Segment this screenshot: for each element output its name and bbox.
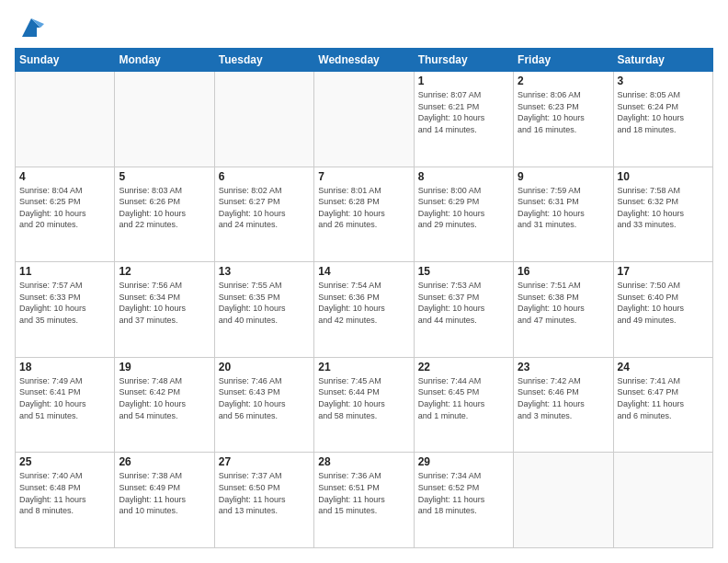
day-info: Sunrise: 7:37 AMSunset: 6:50 PMDaylight:…: [219, 470, 310, 516]
day-number: 5: [119, 170, 210, 183]
calendar-week-4: 18Sunrise: 7:49 AMSunset: 6:41 PMDayligh…: [16, 357, 713, 453]
day-number: 14: [318, 265, 409, 278]
day-info: Sunrise: 8:01 AMSunset: 6:28 PMDaylight:…: [318, 185, 409, 231]
calendar-cell: [514, 453, 613, 548]
calendar-cell: 17Sunrise: 7:50 AMSunset: 6:40 PMDayligh…: [613, 262, 712, 358]
day-info: Sunrise: 8:06 AMSunset: 6:23 PMDaylight:…: [518, 89, 609, 135]
calendar-cell: 24Sunrise: 7:41 AMSunset: 6:47 PMDayligh…: [613, 357, 712, 453]
day-info: Sunrise: 7:55 AMSunset: 6:35 PMDaylight:…: [219, 280, 310, 326]
day-info: Sunrise: 7:44 AMSunset: 6:45 PMDaylight:…: [418, 375, 509, 421]
day-info: Sunrise: 7:53 AMSunset: 6:37 PMDaylight:…: [418, 280, 509, 326]
page: SundayMondayTuesdayWednesdayThursdayFrid…: [0, 0, 728, 563]
day-number: 10: [618, 170, 709, 183]
day-info: Sunrise: 7:42 AMSunset: 6:46 PMDaylight:…: [518, 375, 609, 421]
weekday-header-row: SundayMondayTuesdayWednesdayThursdayFrid…: [16, 49, 713, 72]
day-number: 7: [318, 170, 409, 183]
day-number: 11: [19, 265, 110, 278]
calendar-cell: 21Sunrise: 7:45 AMSunset: 6:44 PMDayligh…: [314, 357, 414, 453]
day-number: 24: [618, 361, 709, 373]
calendar-cell: [314, 72, 414, 167]
weekday-header-thursday: Thursday: [414, 49, 513, 72]
day-info: Sunrise: 7:59 AMSunset: 6:31 PMDaylight:…: [518, 185, 609, 231]
calendar-cell: 16Sunrise: 7:51 AMSunset: 6:38 PMDayligh…: [514, 262, 613, 358]
calendar-cell: 12Sunrise: 7:56 AMSunset: 6:34 PMDayligh…: [115, 262, 214, 358]
calendar-cell: 10Sunrise: 7:58 AMSunset: 6:32 PMDayligh…: [613, 167, 712, 262]
day-number: 21: [318, 361, 409, 373]
day-info: Sunrise: 7:36 AMSunset: 6:51 PMDaylight:…: [318, 470, 409, 516]
weekday-header-sunday: Sunday: [16, 49, 115, 72]
day-info: Sunrise: 7:41 AMSunset: 6:47 PMDaylight:…: [618, 375, 709, 421]
calendar-cell: 3Sunrise: 8:05 AMSunset: 6:24 PMDaylight…: [613, 72, 712, 167]
weekday-header-tuesday: Tuesday: [214, 49, 313, 72]
weekday-header-saturday: Saturday: [613, 49, 712, 72]
day-number: 9: [518, 170, 609, 183]
calendar-week-1: 1Sunrise: 8:07 AMSunset: 6:21 PMDaylight…: [16, 72, 713, 167]
calendar-cell: 1Sunrise: 8:07 AMSunset: 6:21 PMDaylight…: [414, 72, 513, 167]
day-info: Sunrise: 7:48 AMSunset: 6:42 PMDaylight:…: [119, 375, 210, 421]
day-info: Sunrise: 8:03 AMSunset: 6:26 PMDaylight:…: [119, 185, 210, 231]
calendar-cell: 28Sunrise: 7:36 AMSunset: 6:51 PMDayligh…: [314, 453, 414, 548]
logo: [15, 15, 44, 40]
day-info: Sunrise: 7:51 AMSunset: 6:38 PMDaylight:…: [518, 280, 609, 326]
calendar-week-3: 11Sunrise: 7:57 AMSunset: 6:33 PMDayligh…: [16, 262, 713, 358]
day-number: 16: [518, 265, 609, 278]
day-info: Sunrise: 8:04 AMSunset: 6:25 PMDaylight:…: [19, 185, 110, 231]
calendar-cell: 22Sunrise: 7:44 AMSunset: 6:45 PMDayligh…: [414, 357, 513, 453]
calendar-cell: 27Sunrise: 7:37 AMSunset: 6:50 PMDayligh…: [214, 453, 313, 548]
day-number: 25: [19, 455, 110, 468]
calendar-table: SundayMondayTuesdayWednesdayThursdayFrid…: [15, 48, 713, 548]
day-info: Sunrise: 8:07 AMSunset: 6:21 PMDaylight:…: [418, 89, 509, 135]
day-number: 4: [19, 170, 110, 183]
day-number: 23: [518, 361, 609, 373]
calendar-cell: 19Sunrise: 7:48 AMSunset: 6:42 PMDayligh…: [115, 357, 214, 453]
calendar-cell: 15Sunrise: 7:53 AMSunset: 6:37 PMDayligh…: [414, 262, 513, 358]
calendar-cell: 29Sunrise: 7:34 AMSunset: 6:52 PMDayligh…: [414, 453, 513, 548]
calendar-cell: 7Sunrise: 8:01 AMSunset: 6:28 PMDaylight…: [314, 167, 414, 262]
calendar-cell: 20Sunrise: 7:46 AMSunset: 6:43 PMDayligh…: [214, 357, 313, 453]
day-info: Sunrise: 7:40 AMSunset: 6:48 PMDaylight:…: [19, 470, 110, 516]
day-number: 1: [418, 75, 509, 87]
day-info: Sunrise: 7:54 AMSunset: 6:36 PMDaylight:…: [318, 280, 409, 326]
calendar-cell: 23Sunrise: 7:42 AMSunset: 6:46 PMDayligh…: [514, 357, 613, 453]
day-info: Sunrise: 8:00 AMSunset: 6:29 PMDaylight:…: [418, 185, 509, 231]
day-number: 22: [418, 361, 509, 373]
calendar-cell: 11Sunrise: 7:57 AMSunset: 6:33 PMDayligh…: [16, 262, 115, 358]
calendar-cell: [16, 72, 115, 167]
calendar-week-2: 4Sunrise: 8:04 AMSunset: 6:25 PMDaylight…: [16, 167, 713, 262]
day-info: Sunrise: 7:57 AMSunset: 6:33 PMDaylight:…: [19, 280, 110, 326]
day-number: 18: [19, 361, 110, 373]
day-number: 17: [618, 265, 709, 278]
calendar-cell: 6Sunrise: 8:02 AMSunset: 6:27 PMDaylight…: [214, 167, 313, 262]
day-number: 29: [418, 455, 509, 468]
calendar-cell: 14Sunrise: 7:54 AMSunset: 6:36 PMDayligh…: [314, 262, 414, 358]
calendar-cell: 5Sunrise: 8:03 AMSunset: 6:26 PMDaylight…: [115, 167, 214, 262]
weekday-header-friday: Friday: [514, 49, 613, 72]
calendar-cell: 9Sunrise: 7:59 AMSunset: 6:31 PMDaylight…: [514, 167, 613, 262]
day-number: 19: [119, 361, 210, 373]
day-info: Sunrise: 7:45 AMSunset: 6:44 PMDaylight:…: [318, 375, 409, 421]
day-number: 6: [219, 170, 310, 183]
day-info: Sunrise: 7:34 AMSunset: 6:52 PMDaylight:…: [418, 470, 509, 516]
calendar-cell: [214, 72, 313, 167]
calendar-week-5: 25Sunrise: 7:40 AMSunset: 6:48 PMDayligh…: [16, 453, 713, 548]
calendar-cell: 18Sunrise: 7:49 AMSunset: 6:41 PMDayligh…: [16, 357, 115, 453]
header: [15, 15, 713, 40]
day-number: 13: [219, 265, 310, 278]
day-number: 8: [418, 170, 509, 183]
day-info: Sunrise: 7:56 AMSunset: 6:34 PMDaylight:…: [119, 280, 210, 326]
day-info: Sunrise: 7:58 AMSunset: 6:32 PMDaylight:…: [618, 185, 709, 231]
calendar-cell: 13Sunrise: 7:55 AMSunset: 6:35 PMDayligh…: [214, 262, 313, 358]
logo-icon: [18, 15, 44, 40]
day-info: Sunrise: 7:46 AMSunset: 6:43 PMDaylight:…: [219, 375, 310, 421]
calendar-cell: 26Sunrise: 7:38 AMSunset: 6:49 PMDayligh…: [115, 453, 214, 548]
day-number: 28: [318, 455, 409, 468]
day-number: 12: [119, 265, 210, 278]
day-number: 2: [518, 75, 609, 87]
calendar-cell: 8Sunrise: 8:00 AMSunset: 6:29 PMDaylight…: [414, 167, 513, 262]
day-info: Sunrise: 7:49 AMSunset: 6:41 PMDaylight:…: [19, 375, 110, 421]
calendar-cell: [613, 453, 712, 548]
calendar-cell: 4Sunrise: 8:04 AMSunset: 6:25 PMDaylight…: [16, 167, 115, 262]
calendar-cell: 25Sunrise: 7:40 AMSunset: 6:48 PMDayligh…: [16, 453, 115, 548]
day-info: Sunrise: 8:05 AMSunset: 6:24 PMDaylight:…: [618, 89, 709, 135]
day-info: Sunrise: 7:38 AMSunset: 6:49 PMDaylight:…: [119, 470, 210, 516]
